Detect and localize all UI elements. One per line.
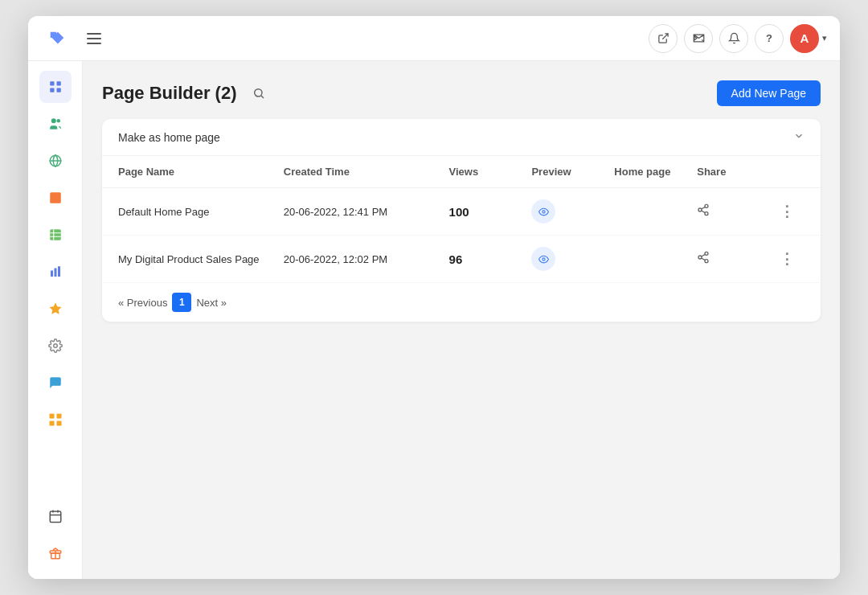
external-link-button[interactable] <box>649 24 678 53</box>
svg-rect-19 <box>49 421 54 426</box>
svg-rect-6 <box>50 88 54 92</box>
svg-rect-7 <box>56 88 60 92</box>
pagination: « Previous 1 Next » <box>102 283 821 322</box>
sidebar-bottom <box>39 500 72 569</box>
svg-rect-0 <box>87 33 101 35</box>
main-layout: Page Builder (2) Add New Page Make as ho… <box>28 61 840 579</box>
avatar-wrapper[interactable]: A ▾ <box>790 24 827 53</box>
top-nav: ? A ▾ <box>28 16 840 61</box>
col-views: Views <box>449 166 532 178</box>
svg-rect-1 <box>87 38 101 39</box>
eye-preview-button-2[interactable] <box>531 247 555 271</box>
svg-point-30 <box>705 252 708 255</box>
more-button-1[interactable]: ⋮ <box>780 203 794 220</box>
top-nav-left <box>41 23 105 55</box>
col-created-time: Created Time <box>284 166 449 178</box>
cell-share-2[interactable] <box>697 251 780 267</box>
svg-point-26 <box>705 204 708 207</box>
avatar[interactable]: A <box>790 24 819 53</box>
svg-rect-17 <box>49 414 54 419</box>
eye-preview-button-1[interactable] <box>531 199 555 224</box>
cell-more-2[interactable]: ⋮ <box>780 250 805 268</box>
svg-point-8 <box>51 118 55 123</box>
sidebar-item-box[interactable] <box>39 182 72 214</box>
cell-created-time-1: 20-06-2022, 12:41 PM <box>284 206 449 218</box>
hamburger-button[interactable] <box>83 27 105 50</box>
table-header: Page Name Created Time Views Preview Hom… <box>102 156 821 188</box>
sidebar-item-globe[interactable] <box>39 145 72 177</box>
pagination-previous[interactable]: « Previous <box>118 297 167 309</box>
svg-point-16 <box>53 344 57 348</box>
svg-rect-15 <box>58 266 60 277</box>
svg-point-29 <box>542 257 545 260</box>
cell-share-1[interactable] <box>697 203 780 220</box>
page-header: Page Builder (2) Add New Page <box>102 80 821 106</box>
table: Page Name Created Time Views Preview Hom… <box>102 156 821 322</box>
svg-rect-20 <box>56 421 61 426</box>
svg-point-9 <box>56 119 60 123</box>
cell-page-name-1: Default Home Page <box>118 206 284 218</box>
sidebar-item-chart[interactable] <box>39 256 72 288</box>
cell-views-1: 100 <box>449 205 532 219</box>
svg-rect-21 <box>50 511 61 523</box>
svg-rect-2 <box>87 43 101 44</box>
more-button-2[interactable]: ⋮ <box>780 251 794 267</box>
pagination-next[interactable]: Next » <box>196 297 227 309</box>
col-page-name: Page Name <box>118 166 284 178</box>
col-share: Share <box>697 166 780 178</box>
share-button-2[interactable] <box>697 252 710 266</box>
sidebar-item-users[interactable] <box>39 108 72 140</box>
svg-rect-4 <box>50 81 54 85</box>
sidebar-item-table[interactable] <box>39 219 72 251</box>
sidebar <box>28 61 83 579</box>
svg-rect-12 <box>50 229 61 240</box>
home-page-chevron <box>793 130 805 144</box>
top-nav-right: ? A ▾ <box>649 24 827 53</box>
svg-point-28 <box>705 212 708 215</box>
col-home-page: Home page <box>614 166 697 178</box>
table-row: Default Home Page 20-06-2022, 12:41 PM 1… <box>102 188 821 236</box>
cell-created-time-2: 20-06-2022, 12:02 PM <box>284 253 449 265</box>
search-button[interactable] <box>246 80 272 106</box>
cell-preview-1[interactable] <box>531 199 614 224</box>
svg-point-27 <box>698 208 702 211</box>
app-window: ? A ▾ <box>28 16 840 579</box>
svg-rect-11 <box>50 192 61 203</box>
cell-more-1[interactable]: ⋮ <box>780 203 805 220</box>
megaphone-button[interactable] <box>684 24 713 53</box>
cell-views-2: 96 <box>449 252 532 266</box>
avatar-dropdown-chevron: ▾ <box>822 33 827 43</box>
sidebar-item-settings[interactable] <box>39 330 72 362</box>
page-header-left: Page Builder (2) <box>102 80 272 106</box>
cell-preview-2[interactable] <box>531 247 614 271</box>
sidebar-item-gift[interactable] <box>39 537 72 569</box>
col-preview: Preview <box>531 166 614 178</box>
svg-point-31 <box>698 256 702 259</box>
svg-point-25 <box>542 210 545 212</box>
content-area: Page Builder (2) Add New Page Make as ho… <box>83 61 840 579</box>
sidebar-item-calendar[interactable] <box>39 500 72 532</box>
svg-rect-18 <box>56 414 61 419</box>
col-actions <box>780 166 805 178</box>
add-new-page-button[interactable]: Add New Page <box>717 80 821 106</box>
logo-icon[interactable] <box>41 23 73 55</box>
sidebar-item-puzzle[interactable] <box>39 404 72 436</box>
sidebar-item-star[interactable] <box>39 293 72 325</box>
notification-bell-button[interactable] <box>719 24 748 53</box>
svg-point-32 <box>705 260 708 263</box>
share-button-1[interactable] <box>697 205 710 219</box>
table-row: My Digital Product Sales Page 20-06-2022… <box>102 236 821 283</box>
home-page-label: Make as home page <box>118 131 220 144</box>
page-card: Make as home page Page Name Created Time… <box>102 119 821 322</box>
page-title: Page Builder (2) <box>102 83 236 104</box>
svg-rect-14 <box>54 269 56 277</box>
svg-rect-13 <box>51 271 53 277</box>
pagination-page-1[interactable]: 1 <box>172 293 191 312</box>
help-button[interactable]: ? <box>755 24 784 53</box>
cell-page-name-2: My Digital Product Sales Page <box>118 253 284 265</box>
svg-rect-5 <box>56 81 60 85</box>
sidebar-item-chat[interactable] <box>39 367 72 399</box>
sidebar-item-grid[interactable] <box>39 71 72 103</box>
svg-point-24 <box>255 89 262 96</box>
home-page-row[interactable]: Make as home page <box>102 119 821 156</box>
